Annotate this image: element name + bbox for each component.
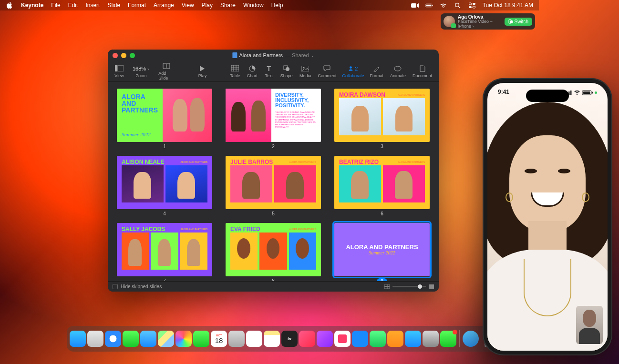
grid-large-icon[interactable] [429, 284, 434, 289]
svg-rect-12 [115, 65, 117, 71]
dock-music[interactable] [299, 331, 315, 347]
slide-number: 6 [381, 211, 383, 216]
chevron-down-icon[interactable]: ⌄ [311, 53, 314, 58]
menu-window[interactable]: Window [243, 2, 264, 9]
dock-messages[interactable] [123, 331, 139, 347]
menu-share[interactable]: Share [220, 2, 236, 9]
view-button[interactable]: View [112, 65, 127, 78]
menu-help[interactable]: Help [271, 2, 283, 9]
spotlight-icon[interactable] [454, 2, 462, 9]
dock-finder[interactable] [70, 331, 86, 347]
media-button[interactable]: Media [297, 65, 314, 78]
dock-podcasts[interactable] [317, 331, 333, 347]
table-button[interactable]: Table [227, 65, 243, 78]
dock-facetime[interactable] [193, 331, 209, 347]
wifi-icon[interactable] [440, 2, 447, 9]
iphone-dynamic-island [526, 90, 569, 102]
document-icon [232, 52, 237, 58]
menu-app[interactable]: Keynote [21, 2, 43, 9]
battery-icon[interactable] [425, 2, 433, 9]
facetime-menubar-icon[interactable] [411, 2, 419, 9]
collaborate-icon [348, 65, 353, 71]
menu-insert[interactable]: Insert [85, 2, 100, 9]
slide-6[interactable]: BEATRIZ RIZOALORA AND PARTNERS [334, 156, 430, 209]
shared-indicator[interactable]: Shared [292, 52, 309, 58]
text-button[interactable]: TText [261, 65, 277, 78]
menu-play[interactable]: Play [202, 2, 213, 9]
dock-numbers[interactable] [370, 331, 386, 347]
titlebar: Alora and Partners — Shared ⌄ [108, 50, 439, 61]
camera-active-dot [595, 91, 597, 94]
dock-notes[interactable] [264, 331, 280, 347]
handoff-subtitle: FaceTime Video – iPhone [458, 19, 493, 29]
grid-small-icon[interactable] [384, 284, 390, 289]
menubar-datetime[interactable]: Tue Oct 18 9:41 AM [483, 2, 533, 9]
dock-photos[interactable] [175, 331, 192, 347]
svg-rect-38 [592, 91, 593, 93]
dock-launchpad[interactable] [87, 331, 103, 347]
add-slide-button[interactable]: Add Slide [155, 62, 178, 81]
menu-edit[interactable]: Edit [68, 2, 78, 9]
menu-format[interactable]: Format [128, 2, 146, 9]
comment-button[interactable]: Comment [315, 65, 339, 78]
animate-icon [393, 65, 402, 72]
menu-slide[interactable]: Slide [107, 2, 120, 9]
dock-stocks[interactable] [352, 331, 368, 347]
dock-safari[interactable] [105, 331, 121, 347]
dock-tv[interactable]: tv [281, 331, 298, 347]
comment-icon [322, 65, 332, 72]
hide-skipped-label[interactable]: Hide skipped slides [121, 284, 162, 289]
close-button[interactable] [113, 53, 118, 58]
facetime-self-view[interactable] [576, 306, 603, 344]
format-button[interactable]: Format [367, 65, 386, 78]
dock-maps[interactable] [158, 331, 174, 347]
svg-point-27 [350, 66, 352, 69]
chart-icon [248, 65, 257, 72]
dock-contacts[interactable] [228, 331, 245, 347]
dock-mail[interactable] [140, 331, 156, 347]
slide-2[interactable]: DIVERSITY, INCLUSIVITY, POSITIVITY.THE I… [226, 89, 321, 142]
dock-facetime-active[interactable] [440, 331, 456, 347]
svg-rect-11 [510, 20, 513, 23]
menu-file[interactable]: File [51, 2, 60, 9]
dock-pages[interactable] [387, 331, 403, 347]
dock-appstore[interactable] [405, 331, 421, 347]
hide-skipped-checkbox[interactable] [113, 284, 118, 289]
dock-calendar[interactable]: OCT18 [211, 331, 227, 347]
svg-rect-36 [570, 91, 572, 95]
slide-9[interactable]: ALORA AND PARTNERSSummer 2022 [334, 223, 430, 276]
slide-4[interactable]: ALISON NEALEALORA AND PARTNERS [117, 156, 212, 209]
slide-1[interactable]: ALORA AND PARTNERSSummer 2022 [117, 89, 212, 142]
dock-reminders[interactable] [246, 331, 262, 347]
zoom-selector[interactable]: 168%⌄ Zoom [127, 65, 155, 78]
fullscreen-button[interactable] [130, 53, 135, 58]
play-button[interactable]: Play [195, 65, 210, 78]
shape-button[interactable]: Shape [278, 65, 296, 78]
svg-point-24 [286, 67, 289, 71]
svg-rect-17 [231, 65, 239, 71]
dock-separator [459, 330, 460, 347]
handoff-notification[interactable]: Aga Orlova FaceTime Video – iPhone › Swi… [441, 13, 535, 30]
switch-icon [508, 19, 513, 24]
handoff-switch-button[interactable]: Switch [505, 18, 532, 26]
chart-button[interactable]: Chart [244, 65, 260, 78]
svg-rect-8 [469, 6, 472, 8]
animate-button[interactable]: Animate [387, 65, 409, 78]
dock-downloads[interactable] [463, 331, 479, 347]
document-button[interactable]: Document [410, 65, 435, 78]
iphone-time: 9:41 [498, 89, 509, 96]
control-center-icon[interactable] [468, 2, 476, 9]
dock-news[interactable] [334, 331, 351, 347]
slide-7[interactable]: SALLY JACOBSALORA AND PARTNERS [117, 223, 212, 276]
dock-settings[interactable] [423, 331, 439, 347]
slide-3[interactable]: MOIRA DAWSONALORA AND PARTNERS [334, 89, 430, 142]
slide-light-table[interactable]: ALORA AND PARTNERSSummer 20221 DIVERSITY… [108, 82, 439, 281]
zoom-slider[interactable] [392, 286, 426, 287]
menu-arrange[interactable]: Arrange [154, 2, 174, 9]
minimize-button[interactable] [121, 53, 126, 58]
menu-view[interactable]: View [182, 2, 194, 9]
apple-menu[interactable] [6, 2, 13, 9]
slide-8[interactable]: EVA FRIEDALORA AND PARTNERS [226, 223, 321, 276]
collaborate-button[interactable]: 2 Collaborate [339, 65, 367, 78]
slide-5[interactable]: JULIE BARROSALORA AND PARTNERS [226, 156, 321, 209]
